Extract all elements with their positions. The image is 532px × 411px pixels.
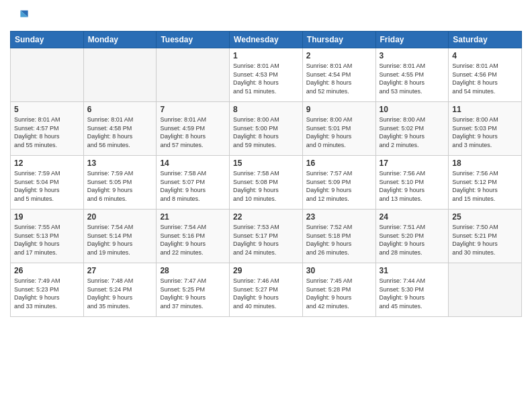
- calendar-cell: 10Sunrise: 8:00 AM Sunset: 5:02 PM Dayli…: [375, 102, 449, 156]
- calendar-cell: 15Sunrise: 7:58 AM Sunset: 5:08 PM Dayli…: [230, 156, 303, 210]
- calendar-cell: 30Sunrise: 7:45 AM Sunset: 5:28 PM Dayli…: [302, 263, 375, 317]
- day-info: Sunrise: 8:01 AM Sunset: 4:57 PM Dayligh…: [14, 116, 80, 149]
- weekday-header-tuesday: Tuesday: [157, 32, 230, 48]
- calendar-cell: 4Sunrise: 8:01 AM Sunset: 4:56 PM Daylig…: [449, 48, 522, 102]
- weekday-header-sunday: Sunday: [11, 32, 84, 48]
- calendar-cell: [157, 48, 230, 102]
- day-number: 7: [160, 105, 226, 114]
- logo-icon: [10, 7, 29, 26]
- calendar-week-row: 12Sunrise: 7:59 AM Sunset: 5:04 PM Dayli…: [11, 156, 522, 210]
- calendar-cell: 26Sunrise: 7:49 AM Sunset: 5:23 PM Dayli…: [11, 263, 84, 317]
- day-number: 30: [306, 266, 372, 275]
- day-info: Sunrise: 8:00 AM Sunset: 5:03 PM Dayligh…: [452, 116, 518, 149]
- day-info: Sunrise: 8:01 AM Sunset: 4:54 PM Dayligh…: [306, 62, 372, 95]
- calendar-cell: 6Sunrise: 8:01 AM Sunset: 4:58 PM Daylig…: [83, 102, 157, 156]
- calendar-cell: 5Sunrise: 8:01 AM Sunset: 4:57 PM Daylig…: [11, 102, 84, 156]
- day-number: 20: [87, 212, 153, 222]
- day-number: 22: [233, 212, 299, 222]
- day-number: 3: [380, 51, 445, 60]
- day-info: Sunrise: 8:01 AM Sunset: 4:56 PM Dayligh…: [452, 62, 518, 95]
- day-info: Sunrise: 7:48 AM Sunset: 5:24 PM Dayligh…: [87, 277, 153, 310]
- calendar-cell: 2Sunrise: 8:01 AM Sunset: 4:54 PM Daylig…: [302, 48, 375, 102]
- day-number: 1: [233, 51, 299, 60]
- day-number: 8: [233, 105, 299, 114]
- calendar-cell: 9Sunrise: 8:00 AM Sunset: 5:01 PM Daylig…: [302, 102, 375, 156]
- day-number: 2: [306, 51, 372, 60]
- calendar-cell: 21Sunrise: 7:54 AM Sunset: 5:16 PM Dayli…: [157, 210, 230, 263]
- day-info: Sunrise: 7:51 AM Sunset: 5:20 PM Dayligh…: [380, 223, 445, 257]
- calendar-cell: 24Sunrise: 7:51 AM Sunset: 5:20 PM Dayli…: [375, 210, 449, 263]
- calendar-cell: 18Sunrise: 7:56 AM Sunset: 5:12 PM Dayli…: [449, 156, 522, 210]
- day-info: Sunrise: 7:56 AM Sunset: 5:10 PM Dayligh…: [380, 169, 445, 203]
- day-number: 27: [87, 266, 153, 275]
- day-number: 6: [87, 105, 153, 114]
- calendar-cell: 19Sunrise: 7:55 AM Sunset: 5:13 PM Dayli…: [11, 210, 84, 263]
- calendar-week-row: 5Sunrise: 8:01 AM Sunset: 4:57 PM Daylig…: [11, 102, 522, 156]
- calendar-cell: 28Sunrise: 7:47 AM Sunset: 5:25 PM Dayli…: [157, 263, 230, 317]
- day-number: 16: [306, 158, 372, 168]
- day-info: Sunrise: 8:01 AM Sunset: 4:59 PM Dayligh…: [160, 116, 226, 149]
- day-number: 14: [160, 158, 226, 168]
- day-number: 12: [14, 158, 80, 168]
- calendar-cell: 29Sunrise: 7:46 AM Sunset: 5:27 PM Dayli…: [230, 263, 303, 317]
- day-number: 10: [380, 105, 445, 114]
- day-info: Sunrise: 8:00 AM Sunset: 5:01 PM Dayligh…: [306, 116, 372, 149]
- calendar-cell: 11Sunrise: 8:00 AM Sunset: 5:03 PM Dayli…: [449, 102, 522, 156]
- calendar-week-row: 1Sunrise: 8:01 AM Sunset: 4:53 PM Daylig…: [11, 48, 522, 102]
- day-number: 15: [233, 158, 299, 168]
- calendar-cell: 7Sunrise: 8:01 AM Sunset: 4:59 PM Daylig…: [157, 102, 230, 156]
- calendar-cell: 14Sunrise: 7:58 AM Sunset: 5:07 PM Dayli…: [157, 156, 230, 210]
- day-info: Sunrise: 7:49 AM Sunset: 5:23 PM Dayligh…: [14, 277, 80, 310]
- day-info: Sunrise: 8:01 AM Sunset: 4:53 PM Dayligh…: [233, 62, 299, 95]
- weekday-header-row: SundayMondayTuesdayWednesdayThursdayFrid…: [11, 32, 522, 48]
- calendar-cell: 16Sunrise: 7:57 AM Sunset: 5:09 PM Dayli…: [302, 156, 375, 210]
- day-info: Sunrise: 7:58 AM Sunset: 5:07 PM Dayligh…: [160, 169, 226, 203]
- day-number: 5: [14, 105, 80, 114]
- calendar-cell: [83, 48, 157, 102]
- day-info: Sunrise: 8:01 AM Sunset: 4:55 PM Dayligh…: [380, 62, 445, 95]
- calendar-week-row: 26Sunrise: 7:49 AM Sunset: 5:23 PM Dayli…: [11, 263, 522, 317]
- day-info: Sunrise: 7:52 AM Sunset: 5:18 PM Dayligh…: [306, 223, 372, 257]
- day-info: Sunrise: 7:50 AM Sunset: 5:21 PM Dayligh…: [452, 223, 518, 257]
- day-number: 17: [380, 158, 445, 168]
- calendar-cell: 27Sunrise: 7:48 AM Sunset: 5:24 PM Dayli…: [83, 263, 157, 317]
- day-number: 11: [452, 105, 518, 114]
- weekday-header-saturday: Saturday: [449, 32, 522, 48]
- day-number: 31: [380, 266, 445, 275]
- day-info: Sunrise: 7:55 AM Sunset: 5:13 PM Dayligh…: [14, 223, 80, 257]
- day-info: Sunrise: 7:58 AM Sunset: 5:08 PM Dayligh…: [233, 169, 299, 203]
- day-info: Sunrise: 8:01 AM Sunset: 4:58 PM Dayligh…: [87, 116, 153, 149]
- day-number: 29: [233, 266, 299, 275]
- header: [10, 7, 522, 26]
- calendar-cell: 22Sunrise: 7:53 AM Sunset: 5:17 PM Dayli…: [230, 210, 303, 263]
- day-info: Sunrise: 8:00 AM Sunset: 5:02 PM Dayligh…: [380, 116, 445, 149]
- day-info: Sunrise: 7:53 AM Sunset: 5:17 PM Dayligh…: [233, 223, 299, 257]
- day-info: Sunrise: 7:59 AM Sunset: 5:05 PM Dayligh…: [87, 169, 153, 203]
- day-info: Sunrise: 7:44 AM Sunset: 5:30 PM Dayligh…: [380, 277, 445, 310]
- calendar-cell: 1Sunrise: 8:01 AM Sunset: 4:53 PM Daylig…: [230, 48, 303, 102]
- day-number: 25: [452, 212, 518, 222]
- logo: [10, 7, 32, 26]
- day-info: Sunrise: 7:46 AM Sunset: 5:27 PM Dayligh…: [233, 277, 299, 310]
- day-info: Sunrise: 8:00 AM Sunset: 5:00 PM Dayligh…: [233, 116, 299, 149]
- day-number: 19: [14, 212, 80, 222]
- weekday-header-thursday: Thursday: [302, 32, 375, 48]
- calendar-cell: 3Sunrise: 8:01 AM Sunset: 4:55 PM Daylig…: [375, 48, 449, 102]
- day-number: 9: [306, 105, 372, 114]
- day-number: 24: [380, 212, 445, 222]
- calendar-cell: 20Sunrise: 7:54 AM Sunset: 5:14 PM Dayli…: [83, 210, 157, 263]
- day-info: Sunrise: 7:59 AM Sunset: 5:04 PM Dayligh…: [14, 169, 80, 203]
- day-number: 4: [452, 51, 518, 60]
- day-info: Sunrise: 7:47 AM Sunset: 5:25 PM Dayligh…: [160, 277, 226, 310]
- calendar-table: SundayMondayTuesdayWednesdayThursdayFrid…: [10, 31, 522, 317]
- calendar-cell: 17Sunrise: 7:56 AM Sunset: 5:10 PM Dayli…: [375, 156, 449, 210]
- day-number: 21: [160, 212, 226, 222]
- calendar-cell: 12Sunrise: 7:59 AM Sunset: 5:04 PM Dayli…: [11, 156, 84, 210]
- day-info: Sunrise: 7:54 AM Sunset: 5:14 PM Dayligh…: [87, 223, 153, 257]
- day-info: Sunrise: 7:45 AM Sunset: 5:28 PM Dayligh…: [306, 277, 372, 310]
- calendar-cell: 25Sunrise: 7:50 AM Sunset: 5:21 PM Dayli…: [449, 210, 522, 263]
- calendar-page: SundayMondayTuesdayWednesdayThursdayFrid…: [0, 0, 532, 411]
- day-number: 13: [87, 158, 153, 168]
- calendar-cell: 31Sunrise: 7:44 AM Sunset: 5:30 PM Dayli…: [375, 263, 449, 317]
- day-number: 23: [306, 212, 372, 222]
